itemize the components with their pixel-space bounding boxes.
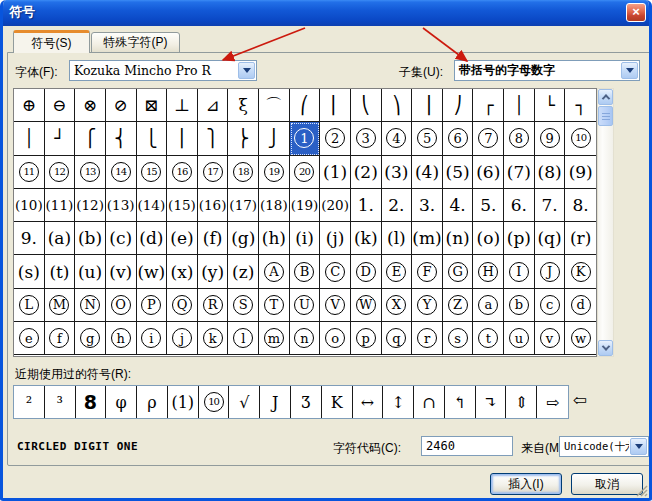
- recent-symbol-cell[interactable]: ↴: [476, 386, 507, 418]
- tab-symbols[interactable]: 符号(S): [13, 30, 90, 53]
- grid-cell[interactable]: └: [535, 89, 566, 122]
- recent-symbol-cell[interactable]: ²: [14, 386, 45, 418]
- grid-cell[interactable]: s: [443, 322, 474, 355]
- grid-cell[interactable]: o: [320, 322, 351, 355]
- grid-cell[interactable]: │: [504, 89, 535, 122]
- grid-cell[interactable]: W: [351, 289, 382, 322]
- grid-cell[interactable]: (4): [412, 156, 443, 189]
- grid-cell[interactable]: G: [443, 255, 474, 288]
- grid-cell[interactable]: f: [45, 322, 76, 355]
- grid-cell[interactable]: (6): [473, 156, 504, 189]
- grid-cell[interactable]: S: [228, 289, 259, 322]
- grid-cell[interactable]: (r): [565, 222, 596, 255]
- grid-cell[interactable]: ⊖: [45, 89, 76, 122]
- scrollbar-thumb[interactable]: [598, 106, 613, 126]
- recent-symbol-cell[interactable]: Ʒ: [291, 386, 322, 418]
- grid-cell[interactable]: ⎫: [198, 122, 229, 155]
- grid-cell[interactable]: 2: [320, 122, 351, 155]
- grid-cell[interactable]: ⊿: [198, 89, 229, 122]
- grid-cell[interactable]: (j): [320, 222, 351, 255]
- grid-cell[interactable]: ⎞: [382, 89, 413, 122]
- grid-cell[interactable]: ⎝: [351, 89, 382, 122]
- grid-cell[interactable]: K: [565, 255, 596, 288]
- grid-cell[interactable]: (19): [290, 189, 321, 222]
- grid-cell[interactable]: t: [473, 322, 504, 355]
- grid-cell[interactable]: J: [535, 255, 566, 288]
- grid-cell[interactable]: 4.: [443, 189, 474, 222]
- grid-cell[interactable]: 16: [167, 156, 198, 189]
- recent-symbol-cell[interactable]: ρ: [137, 386, 168, 418]
- grid-cell[interactable]: ⊕: [14, 89, 45, 122]
- recent-symbol-cell[interactable]: ³: [45, 386, 76, 418]
- grid-cell[interactable]: M: [45, 289, 76, 322]
- recent-symbol-cell[interactable]: ↔: [353, 386, 384, 418]
- grid-cell[interactable]: V: [320, 289, 351, 322]
- close-icon[interactable]: ×: [626, 3, 646, 22]
- from-combobox[interactable]: Unicode(十六进制): [559, 436, 649, 457]
- grid-cell[interactable]: (17): [228, 189, 259, 222]
- grid-cell[interactable]: (o): [473, 222, 504, 255]
- grid-cell[interactable]: T: [259, 289, 290, 322]
- grid-cell[interactable]: (t): [45, 255, 76, 288]
- recent-symbol-cell[interactable]: 8: [76, 386, 107, 418]
- grid-cell[interactable]: i: [137, 322, 168, 355]
- grid-cell[interactable]: (l): [382, 222, 413, 255]
- grid-cell[interactable]: (g): [228, 222, 259, 255]
- recent-symbol-cell[interactable]: J: [260, 386, 291, 418]
- grid-cell[interactable]: H: [473, 255, 504, 288]
- grid-cell[interactable]: r: [412, 322, 443, 355]
- grid-cell[interactable]: 9: [535, 122, 566, 155]
- grid-cell[interactable]: R: [198, 289, 229, 322]
- char-code-input[interactable]: 2460: [421, 436, 513, 456]
- grid-cell[interactable]: (s): [14, 255, 45, 288]
- grid-cell[interactable]: (16): [198, 189, 229, 222]
- grid-cell[interactable]: (z): [228, 255, 259, 288]
- grid-cell[interactable]: v: [535, 322, 566, 355]
- grid-cell[interactable]: (12): [75, 189, 106, 222]
- grid-cell[interactable]: ⎪: [167, 122, 198, 155]
- grid-cell[interactable]: E: [382, 255, 413, 288]
- chevron-down-icon[interactable]: [238, 62, 255, 79]
- grid-cell[interactable]: (18): [259, 189, 290, 222]
- grid-cell[interactable]: (q): [535, 222, 566, 255]
- grid-cell[interactable]: (i): [290, 222, 321, 255]
- grid-cell[interactable]: q: [382, 322, 413, 355]
- grid-cell[interactable]: 14: [106, 156, 137, 189]
- grid-cell[interactable]: (a): [45, 222, 76, 255]
- recent-symbol-cell[interactable]: K: [322, 386, 353, 418]
- grid-cell[interactable]: n: [290, 322, 321, 355]
- recent-symbol-cell[interactable]: ↰: [445, 386, 476, 418]
- recent-symbol-cell[interactable]: √: [229, 386, 260, 418]
- grid-cell[interactable]: c: [535, 289, 566, 322]
- font-combobox[interactable]: Kozuka Mincho Pro R: [69, 60, 257, 81]
- recent-symbol-cell[interactable]: ⇕: [506, 386, 537, 418]
- resize-grip[interactable]: [635, 484, 648, 497]
- grid-cell[interactable]: 11: [14, 156, 45, 189]
- grid-cell[interactable]: 8: [504, 122, 535, 155]
- grid-cell[interactable]: 5: [412, 122, 443, 155]
- grid-cell[interactable]: (d): [137, 222, 168, 255]
- grid-cell[interactable]: 2.: [382, 189, 413, 222]
- grid-cell[interactable]: Y: [412, 289, 443, 322]
- recent-symbol-cell[interactable]: 10: [199, 386, 230, 418]
- grid-cell[interactable]: ⎭: [259, 122, 290, 155]
- grid-cell[interactable]: │: [14, 122, 45, 155]
- grid-cell[interactable]: 4: [382, 122, 413, 155]
- grid-cell[interactable]: ⊘: [106, 89, 137, 122]
- chevron-down-icon[interactable]: [621, 62, 638, 79]
- grid-cell[interactable]: ⎧: [75, 122, 106, 155]
- grid-cell[interactable]: Q: [167, 289, 198, 322]
- grid-cell[interactable]: U: [290, 289, 321, 322]
- grid-cell[interactable]: (x): [167, 255, 198, 288]
- recent-symbol-cell[interactable]: ∩: [414, 386, 445, 418]
- grid-cell[interactable]: ⎬: [228, 122, 259, 155]
- grid-cell[interactable]: j: [167, 322, 198, 355]
- grid-cell[interactable]: 15: [137, 156, 168, 189]
- grid-cell[interactable]: 3: [351, 122, 382, 155]
- recent-symbol-cell[interactable]: (1): [168, 386, 199, 418]
- grid-cell[interactable]: 10: [565, 122, 596, 155]
- grid-cell[interactable]: F: [412, 255, 443, 288]
- grid-cell[interactable]: 9.: [14, 222, 45, 255]
- grid-cell[interactable]: 5.: [473, 189, 504, 222]
- grid-cell[interactable]: (k): [351, 222, 382, 255]
